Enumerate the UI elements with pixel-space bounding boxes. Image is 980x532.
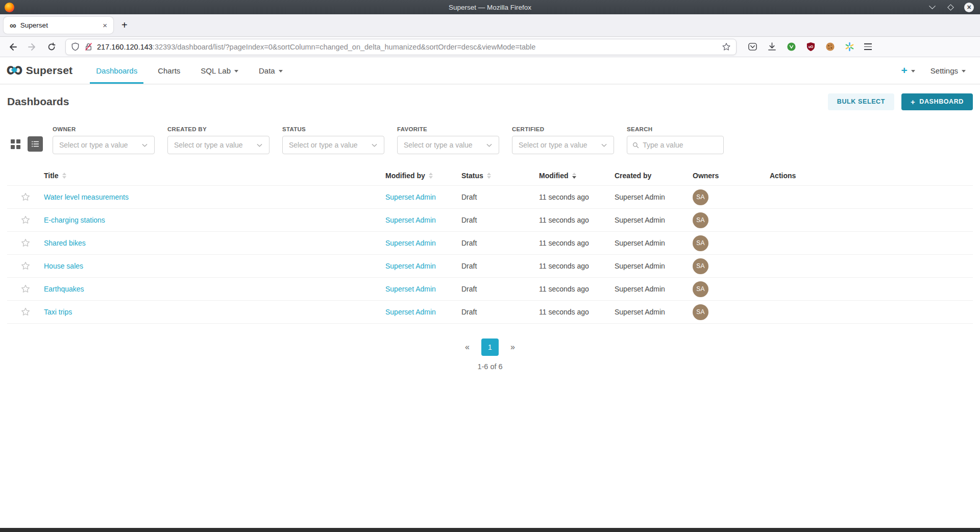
modified-text: 11 seconds ago xyxy=(539,285,615,293)
modified-by-link[interactable]: Superset Admin xyxy=(385,308,436,316)
url-bar[interactable]: 217.160.120.143:32393/dashboard/list/?pa… xyxy=(65,39,737,55)
pocket-icon[interactable] xyxy=(748,42,757,52)
modified-by-link[interactable]: Superset Admin xyxy=(385,262,436,270)
status-text: Draft xyxy=(461,285,539,293)
dashboard-title-link[interactable]: Earthquakes xyxy=(44,285,84,293)
browser-toolbar: 217.160.120.143:32393/dashboard/list/?pa… xyxy=(0,37,980,57)
owner-avatar[interactable]: SA xyxy=(693,212,708,228)
nav-item[interactable]: SQL Lab xyxy=(190,57,249,84)
modified-by-link[interactable]: Superset Admin xyxy=(385,239,436,247)
url-host: 217.160.120.143 xyxy=(97,43,153,51)
table-row: E-charging stations Superset Admin Draft… xyxy=(7,209,973,232)
filter-select-control[interactable]: Select or type a value xyxy=(167,136,270,154)
menu-icon[interactable] xyxy=(864,43,872,50)
extension-asterisk-icon[interactable] xyxy=(845,42,854,52)
modified-by-link[interactable]: Superset Admin xyxy=(385,193,436,201)
bookmark-star-icon[interactable] xyxy=(722,42,731,52)
card-view-toggle-icon[interactable] xyxy=(11,139,20,149)
new-dashboard-button[interactable]: + DASHBOARD xyxy=(901,93,973,110)
column-header[interactable]: Title xyxy=(44,172,385,180)
favorite-star-icon[interactable] xyxy=(20,284,31,294)
owner-avatar[interactable]: SA xyxy=(693,189,708,205)
superset-navbar: ∞ Superset Dashboards Charts SQL Lab Dat… xyxy=(0,57,980,84)
svg-text:uO: uO xyxy=(808,45,813,49)
table-row: Earthquakes Superset Admin Draft 11 seco… xyxy=(7,278,973,301)
nav-item[interactable]: Data xyxy=(249,57,293,84)
modified-text: 11 seconds ago xyxy=(539,262,615,270)
next-page-button[interactable]: » xyxy=(506,341,519,354)
created-by-text: Superset Admin xyxy=(615,285,693,293)
filter-select: CERTIFIED Select or type a value xyxy=(512,126,614,154)
settings-menu[interactable]: Settings xyxy=(930,66,966,75)
caret-down-icon xyxy=(279,70,283,72)
column-header[interactable]: Modified xyxy=(539,172,615,180)
sort-icon[interactable] xyxy=(429,173,433,179)
reload-icon[interactable] xyxy=(47,42,56,52)
sort-icon[interactable] xyxy=(62,173,66,179)
tracking-shield-icon[interactable] xyxy=(71,42,80,51)
page-1-button[interactable]: 1 xyxy=(481,338,499,356)
superset-logo[interactable]: ∞ Superset xyxy=(6,57,72,84)
column-header[interactable]: Modified by xyxy=(385,172,461,180)
owner-avatar[interactable]: SA xyxy=(693,304,708,320)
dashboard-title-link[interactable]: House sales xyxy=(44,262,83,270)
page-title: Dashboards xyxy=(7,95,69,108)
ublock-origin-icon[interactable]: uO xyxy=(806,42,816,52)
column-header[interactable]: Status xyxy=(461,172,539,180)
search-input[interactable] xyxy=(643,141,718,149)
prev-page-button[interactable]: « xyxy=(461,341,474,354)
minimize-button[interactable] xyxy=(927,3,937,12)
owner-avatar[interactable]: SA xyxy=(693,281,708,297)
nav-item[interactable]: Dashboards xyxy=(86,57,148,84)
filter-select-control[interactable]: Select or type a value xyxy=(282,136,384,154)
column-header[interactable]: Owners xyxy=(693,172,770,180)
filter-select-control[interactable]: Select or type a value xyxy=(53,136,155,154)
status-text: Draft xyxy=(461,262,539,270)
dashboards-table: Title Modified by Status Modified Create… xyxy=(7,165,973,324)
dashboard-title-link[interactable]: E-charging stations xyxy=(44,216,105,224)
column-header[interactable]: Created by xyxy=(615,172,693,180)
column-header[interactable]: Actions xyxy=(770,172,973,180)
sort-icon[interactable] xyxy=(487,173,491,179)
window-title: Superset — Mozilla Firefox xyxy=(0,4,980,11)
favorite-star-icon[interactable] xyxy=(20,215,31,225)
table-row: Taxi trips Superset Admin Draft 11 secon… xyxy=(7,301,973,324)
new-tab-button[interactable]: + xyxy=(121,19,128,31)
dashboard-title-link[interactable]: Shared bikes xyxy=(44,239,86,247)
filter-select: OWNER Select or type a value xyxy=(53,126,155,154)
filter-select-control[interactable]: Select or type a value xyxy=(397,136,499,154)
back-icon[interactable] xyxy=(8,42,17,52)
favorite-star-icon[interactable] xyxy=(20,307,31,317)
bulk-select-button[interactable]: BULK SELECT xyxy=(828,93,894,110)
downloads-icon[interactable] xyxy=(767,42,777,52)
favorite-star-icon[interactable] xyxy=(20,261,31,271)
owner-avatar[interactable]: SA xyxy=(693,258,708,274)
forward-icon[interactable] xyxy=(28,42,37,52)
modified-by-link[interactable]: Superset Admin xyxy=(385,216,436,224)
close-button[interactable]: × xyxy=(964,3,974,12)
modified-by-link[interactable]: Superset Admin xyxy=(385,285,436,293)
filter-select-control[interactable]: Select or type a value xyxy=(512,136,614,154)
sort-icon[interactable] xyxy=(572,173,576,179)
insecure-lock-icon[interactable] xyxy=(84,42,93,51)
dashboard-title-link[interactable]: Taxi trips xyxy=(44,308,72,316)
list-view-toggle-icon[interactable] xyxy=(28,136,43,152)
owner-avatar[interactable]: SA xyxy=(693,235,708,251)
maximize-button[interactable] xyxy=(946,3,955,12)
browser-tab[interactable]: ∞ Superset × xyxy=(4,17,113,34)
new-item-menu[interactable]: + xyxy=(901,64,915,77)
filter-select: CREATED BY Select or type a value xyxy=(167,126,270,154)
minimize-icon xyxy=(929,3,936,9)
favorite-star-icon[interactable] xyxy=(20,192,31,202)
close-tab-icon[interactable]: × xyxy=(101,21,109,30)
dashboard-title-link[interactable]: Water level measurements xyxy=(44,193,129,201)
created-by-text: Superset Admin xyxy=(615,193,693,201)
bottom-panel-strip xyxy=(0,528,980,532)
cookie-extension-icon[interactable] xyxy=(825,42,835,52)
favorite-star-icon[interactable] xyxy=(20,238,31,248)
extension-green-icon[interactable] xyxy=(787,42,796,52)
created-by-text: Superset Admin xyxy=(615,216,693,224)
nav-item[interactable]: Charts xyxy=(148,57,190,84)
table-row: Shared bikes Superset Admin Draft 11 sec… xyxy=(7,232,973,255)
page-header: Dashboards BULK SELECT + DASHBOARD xyxy=(7,90,973,113)
